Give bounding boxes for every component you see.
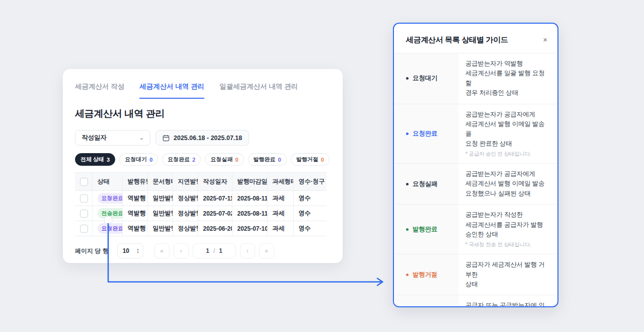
guide-desc-cell: 공급받는자가 작성한 세금계산서를 공급자가 발행 승인한 상태 * 국세청 전… <box>458 205 557 254</box>
guide-title: 세금계산서 목록 상태별 가이드 <box>406 35 546 45</box>
prev-page-icon: ‹ <box>180 247 182 254</box>
status-chip-request-complete[interactable]: 요청완료 2 <box>162 153 201 166</box>
status-badge: 전송완료 <box>98 208 123 219</box>
arrowhead-icon <box>377 279 383 286</box>
cell-tax-type: 과세 <box>267 191 293 206</box>
cell-late-issue: 정상발행 <box>173 221 198 236</box>
guide-desc-cell: 공급자 또는 공급받는자에 의해 발행 취소된 상태 <box>458 295 557 307</box>
chip-label: 전체 상태 <box>80 156 104 163</box>
pagination: 페이지 당 행 10 ▴ ▾ « ‹ 1 / 1 › » <box>75 243 331 258</box>
tab-invoice-create[interactable]: 세금계산서 작성 <box>75 82 124 99</box>
cell-receipt-claim: 영수 <box>293 221 327 236</box>
status-badge: 요청완료 <box>98 193 123 204</box>
guide-row-issue-complete: 발행완료 공급받는자가 작성한 세금계산서를 공급자가 발행 승인한 상태 * … <box>394 204 557 254</box>
invoice-history-card: 세금계산서 작성 세금계산서 내역 관리 일괄세금계산서 내역 관리 세금계산서… <box>63 69 343 263</box>
guide-rows: 요청대기 공급받는자가 역발행 세금계산서를 일괄 발행 요청할 경우 처리중인… <box>394 53 557 307</box>
column-create-date: 작성일자 <box>198 173 232 191</box>
column-status: 상태 <box>92 173 122 191</box>
cell-late-issue: 정상발행 <box>173 191 198 206</box>
current-page: 1 <box>206 247 209 254</box>
select-all-checkbox[interactable] <box>80 178 88 186</box>
status-bullet <box>406 132 409 135</box>
cell-issue-type: 역발행 <box>122 206 147 221</box>
status-chip-issue-rejected[interactable]: 발행거절 0 <box>291 153 330 166</box>
status-bullet <box>406 274 409 276</box>
cell-deadline: 2025-08-11 <box>232 206 267 221</box>
tab-bulk-invoice-history[interactable]: 일괄세금계산서 내역 관리 <box>219 82 298 99</box>
guide-desc: 공급자 또는 공급받는자에 의해 발행 취소된 상태 <box>465 301 548 307</box>
rows-per-page-stepper[interactable]: 10 ▴ ▾ <box>117 243 143 258</box>
guide-label-cell: 발행거절 <box>394 254 458 295</box>
rows-per-page-value: 10 <box>123 247 129 254</box>
table-row[interactable]: 전송완료 역발행 일반발행 정상발행 2025-07-02 2025-08-11… <box>75 206 327 221</box>
column-issue-type: 발행유형 <box>122 173 147 191</box>
cell-receipt-claim: 영수 <box>293 206 327 221</box>
tab-invoice-history[interactable]: 세금계산서 내역 관리 <box>139 82 204 99</box>
guide-label-cell: 발행완료 <box>394 205 458 254</box>
chip-count: 3 <box>107 157 110 163</box>
cell-tax-type: 과세 <box>267 206 293 221</box>
date-field-dropdown[interactable]: 작성일자 ⌄ <box>75 130 150 146</box>
total-pages: 1 <box>219 247 222 254</box>
status-chip-all[interactable]: 전체 상태 3 <box>75 153 115 166</box>
chip-label: 발행완료 <box>254 156 276 163</box>
chevron-down-icon: ⌄ <box>139 135 144 141</box>
first-page-icon: « <box>160 247 164 254</box>
status-badge[interactable]: 요청완료 <box>98 223 123 234</box>
status-chip-request-failed[interactable]: 요청실패 0 <box>205 153 244 166</box>
guide-desc: 공급받는자가 공급자에게 세금계산서 발행 이메일 발송을 요청 완료한 상태 <box>465 110 548 149</box>
row-checkbox[interactable] <box>80 194 88 203</box>
row-checkbox[interactable] <box>80 225 88 233</box>
guide-status-label: 요청완료 <box>413 129 437 138</box>
step-down-icon[interactable]: ▾ <box>137 251 139 254</box>
date-field-dropdown-value: 작성일자 <box>82 134 107 142</box>
status-bullet <box>406 228 409 231</box>
invoice-table: 상태 발행유형 문서형태 지연발행 작성일자 발행마감일 과세형태 영수·청구 … <box>75 172 327 236</box>
status-chip-issue-complete[interactable]: 발행완료 0 <box>248 153 287 166</box>
guide-desc: 공급받는자가 공급자에게 세금계산서 발행 이메일 발송 요청했으나 실패된 상… <box>465 169 548 198</box>
column-tax-type: 과세형태 <box>267 173 293 191</box>
status-bullet <box>406 183 409 185</box>
guide-desc-cell: 공급받는자가 공급자에게 세금계산서 발행 이메일 발송을 요청 완료한 상태 … <box>458 104 557 164</box>
guide-desc: 공급받는자가 작성한 세금계산서를 공급자가 발행 승인한 상태 <box>465 210 548 239</box>
page-title: 세금계산서 내역 관리 <box>75 107 331 120</box>
chip-label: 요청실패 <box>210 156 232 163</box>
status-bullet <box>406 77 409 80</box>
column-doc-type: 문서형태 <box>147 173 173 191</box>
guide-status-label: 발행거절 <box>413 271 437 279</box>
guide-desc: 공급자가 세금계산서 발행 거부한 상태 <box>465 260 548 289</box>
next-page-button[interactable]: › <box>240 243 255 258</box>
date-range-button[interactable]: 2025.06.18 - 2025.07.18 <box>155 130 249 146</box>
guide-label-cell: 요청대기 <box>394 53 458 104</box>
row-checkbox[interactable] <box>80 210 88 218</box>
guide-label-cell: 요청실패 <box>394 164 458 204</box>
chip-label: 요청대기 <box>125 156 147 163</box>
guide-note: * 공급자 승인 전 상태입니다. <box>465 151 548 158</box>
close-icon[interactable]: × <box>543 36 547 43</box>
guide-desc: 공급받는자가 역발행 세금계산서를 일괄 발행 요청할 경우 처리중인 상태 <box>465 59 548 98</box>
table-row[interactable]: 요청완료 역발행 일반발행 정상발행 2025-07-11 2025-08-11… <box>75 191 327 206</box>
table-row[interactable]: 요청완료 역발행 일반발행 정상발행 2025-06-20 2025-07-10… <box>75 221 327 236</box>
prev-page-button[interactable]: ‹ <box>174 243 189 258</box>
chip-count: 0 <box>278 157 281 163</box>
page-indicator: 1 / 1 <box>193 243 236 258</box>
cell-deadline: 2025-07-10 <box>232 221 267 236</box>
guide-row-request-failed: 요청실패 공급받는자가 공급자에게 세금계산서 발행 이메일 발송 요청했으나 … <box>394 163 557 204</box>
column-late-issue: 지연발행 <box>173 173 198 191</box>
last-page-button[interactable]: » <box>259 243 274 258</box>
guide-desc-cell: 공급받는자가 역발행 세금계산서를 일괄 발행 요청할 경우 처리중인 상태 <box>458 53 557 104</box>
cell-late-issue: 정상발행 <box>173 206 198 221</box>
first-page-button[interactable]: « <box>154 243 170 258</box>
cell-deadline: 2025-08-11 <box>232 191 267 206</box>
guide-status-label: 요청실패 <box>413 180 437 188</box>
status-chip-request-waiting[interactable]: 요청대기 0 <box>119 153 158 166</box>
chip-count: 0 <box>149 157 152 163</box>
guide-status-label: 요청대기 <box>413 74 437 83</box>
rows-per-page-label: 페이지 당 행 <box>75 247 109 255</box>
guide-row-issue-canceled: 발행취소 공급자 또는 공급받는자에 의해 발행 취소된 상태 <box>394 295 557 307</box>
cell-tax-type: 과세 <box>267 221 293 236</box>
page-separator: / <box>213 247 215 254</box>
guide-label-cell: 요청완료 <box>394 104 458 164</box>
cell-doc-type: 일반발행 <box>147 221 173 236</box>
table-header-row: 상태 발행유형 문서형태 지연발행 작성일자 발행마감일 과세형태 영수·청구 <box>75 173 327 191</box>
